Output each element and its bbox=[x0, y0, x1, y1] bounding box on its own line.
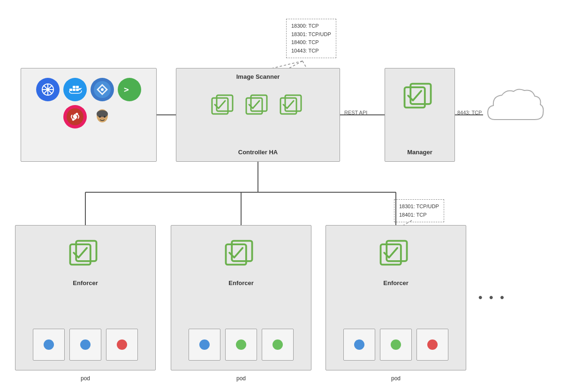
pod-1-2 bbox=[69, 329, 101, 361]
cloud-shape bbox=[483, 87, 544, 130]
manager-port-label: 8443: TCP bbox=[457, 110, 482, 115]
kubernetes-icon bbox=[36, 78, 60, 101]
svg-rect-21 bbox=[73, 89, 76, 91]
pod-label-2: pod bbox=[171, 375, 311, 382]
webhook-icon bbox=[63, 105, 87, 128]
pod-2-1 bbox=[189, 329, 220, 361]
pod-dot-2-3 bbox=[273, 339, 283, 350]
nv-controller-icon-1 bbox=[211, 94, 237, 120]
more-indicator: • • • bbox=[478, 291, 506, 304]
pod-2-3 bbox=[262, 329, 294, 361]
svg-point-37 bbox=[97, 110, 108, 118]
enforcer-box-2: Enforcer bbox=[171, 225, 311, 370]
controller-box: Image Scanner Controller HA bbox=[176, 68, 340, 162]
pod-1-1 bbox=[33, 329, 65, 361]
svg-rect-20 bbox=[69, 89, 72, 91]
port-line-2: 18301: TCP/UDP bbox=[291, 30, 331, 39]
enforcer-3-label: Enforcer bbox=[326, 279, 466, 286]
manager-label: Manager bbox=[385, 149, 454, 156]
enforcer-3-pods bbox=[326, 329, 466, 361]
docker-icon bbox=[63, 78, 87, 101]
nv-controller-icon-2 bbox=[245, 94, 271, 120]
svg-point-34 bbox=[76, 113, 78, 115]
nv-controller-icon-3 bbox=[280, 94, 305, 120]
pod-dot-3-2 bbox=[391, 339, 401, 350]
nv-enforcer-1-icon bbox=[69, 240, 102, 272]
port-bottom-line-1: 18301: TCP/UDP bbox=[399, 203, 439, 211]
enforcer-box-1: Enforcer bbox=[15, 225, 156, 370]
diagram-container: 18300: TCP 18301: TCP/UDP 18400: TCP 104… bbox=[0, 0, 583, 392]
svg-point-18 bbox=[46, 88, 49, 91]
port-line-4: 10443: TCP bbox=[291, 47, 331, 55]
sources-box: > bbox=[21, 68, 157, 162]
svg-point-40 bbox=[100, 117, 104, 119]
pod-dot-2-1 bbox=[199, 339, 210, 350]
rest-api-label: REST API bbox=[344, 110, 367, 115]
source-icons-group: > bbox=[26, 78, 151, 128]
pod-dot-2-2 bbox=[236, 339, 246, 350]
pod-label-3: pod bbox=[326, 375, 466, 382]
nv-manager-icon bbox=[403, 83, 436, 115]
svg-rect-24 bbox=[76, 86, 79, 88]
svg-text:>: > bbox=[124, 84, 129, 94]
manager-box: Manager bbox=[385, 68, 455, 162]
pod-dot-3-3 bbox=[427, 339, 438, 350]
port-line-3: 18400: TCP bbox=[291, 38, 331, 47]
pod-2-2 bbox=[225, 329, 257, 361]
enforcer-2-label: Enforcer bbox=[171, 279, 311, 286]
pod-dot-1-1 bbox=[44, 339, 54, 350]
svg-point-29 bbox=[101, 88, 104, 91]
enforcer-2-pods bbox=[171, 329, 311, 361]
pod-3-3 bbox=[416, 329, 448, 361]
svg-rect-22 bbox=[76, 89, 79, 91]
pod-dot-3-1 bbox=[354, 339, 364, 350]
svg-point-35 bbox=[72, 119, 75, 121]
nv-enforcer-2-icon bbox=[225, 240, 257, 272]
port-bottom-line-2: 18401: TCP bbox=[399, 211, 439, 219]
enforcer-1-label: Enforcer bbox=[15, 279, 155, 286]
controller-icons bbox=[176, 94, 340, 120]
port-box-top: 18300: TCP 18301: TCP/UDP 18400: TCP 104… bbox=[286, 19, 336, 58]
pod-label-1: pod bbox=[15, 375, 156, 382]
port-box-bottom: 18301: TCP/UDP 18401: TCP bbox=[394, 199, 444, 222]
pod-1-3 bbox=[106, 329, 138, 361]
controller-ha-label: Controller HA bbox=[176, 149, 340, 156]
gitops-icon bbox=[91, 78, 114, 101]
pod-3-1 bbox=[343, 329, 375, 361]
svg-rect-23 bbox=[73, 86, 76, 88]
jenkins-icon bbox=[91, 105, 114, 128]
enforcer-box-3: Enforcer bbox=[326, 225, 466, 370]
pod-3-2 bbox=[380, 329, 412, 361]
enforcer-1-pods bbox=[15, 329, 155, 361]
pod-dot-1-2 bbox=[80, 339, 91, 350]
port-line-1: 18300: TCP bbox=[291, 22, 331, 30]
terminal-icon: > bbox=[118, 78, 141, 101]
nv-enforcer-3-icon bbox=[379, 240, 412, 272]
pod-dot-1-3 bbox=[117, 339, 127, 350]
image-scanner-label: Image Scanner bbox=[176, 73, 340, 80]
